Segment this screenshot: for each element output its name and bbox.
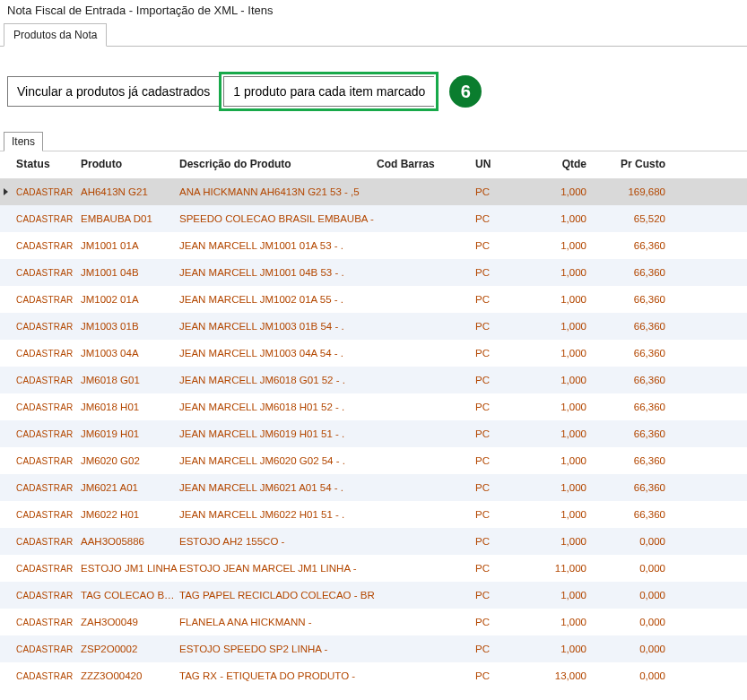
table-row[interactable]: CADASTRARTAG COLECAO BRASTAG PAPEL RECIC… [0,582,747,609]
col-header-un[interactable]: UN [475,158,529,170]
status-cell[interactable]: CADASTRAR [16,214,81,224]
descricao-cell[interactable]: ESTOJO SPEEDO SP2 LINHA - [179,644,377,654]
pr-custo-cell: 0,000 [601,563,673,574]
toolbar: Vincular a produtos já cadastrados 1 pro… [0,47,747,131]
create-product-per-item-button[interactable]: 1 produto para cada item marcado [223,76,434,107]
produto-cell[interactable]: JM6020 G02 [81,455,179,466]
table-row[interactable]: CADASTRARJM1003 01BJEAN MARCELL JM1003 0… [0,313,747,340]
produto-cell[interactable]: AAH3O05886 [81,536,179,547]
col-header-cod-barras[interactable]: Cod Barras [377,158,475,170]
descricao-cell[interactable]: JEAN MARCELL JM1003 01B 54 - . [179,321,377,332]
produto-cell[interactable]: JM6021 A01 [81,482,179,493]
table-row[interactable]: CADASTRARZAH3O0049FLANELA ANA HICKMANN -… [0,609,747,635]
status-cell[interactable]: CADASTRAR [16,564,81,574]
col-header-produto[interactable]: Produto [81,158,179,170]
table-row[interactable]: CADASTRARJM1003 04AJEAN MARCELL JM1003 0… [0,340,747,367]
table-row[interactable]: CADASTRARJM6021 A01JEAN MARCELL JM6021 A… [0,474,747,501]
link-products-button[interactable]: Vincular a produtos já cadastrados [7,76,219,107]
un-cell: PC [475,375,529,385]
descricao-cell[interactable]: JEAN MARCELL JM6021 A01 54 - . [179,482,377,493]
descricao-cell[interactable]: JEAN MARCELL JM6018 H01 52 - . [179,402,377,412]
status-cell[interactable]: CADASTRAR [16,456,81,466]
status-cell[interactable]: CADASTRAR [16,349,81,359]
produto-cell[interactable]: JM1002 01A [81,294,179,305]
table-row[interactable]: CADASTRARJM6018 H01JEAN MARCELL JM6018 H… [0,393,747,420]
descricao-cell[interactable]: ESTOJO AH2 155CO - [179,536,377,547]
descricao-cell[interactable]: JEAN MARCELL JM6018 G01 52 - . [179,375,377,385]
status-cell[interactable]: CADASTRAR [16,618,81,627]
produto-cell[interactable]: ZZZ3O00420 [81,670,179,681]
pr-custo-cell: 66,360 [601,455,673,466]
descricao-cell[interactable]: JEAN MARCELL JM6019 H01 51 - . [179,428,377,439]
table-row[interactable]: CADASTRARJM1002 01AJEAN MARCELL JM1002 0… [0,286,747,313]
table-row[interactable]: CADASTRARJM6018 G01JEAN MARCELL JM6018 G… [0,367,747,393]
un-cell: PC [475,294,529,305]
descricao-cell[interactable]: FLANELA ANA HICKMANN - [179,617,377,627]
descricao-cell[interactable]: TAG PAPEL RECICLADO COLECAO - BR [179,590,377,601]
descricao-cell[interactable]: ANA HICKMANN AH6413N G21 53 - ,5 [179,186,377,197]
descricao-cell[interactable]: JEAN MARCELL JM1002 01A 55 - . [179,294,377,305]
produto-cell[interactable]: JM1003 04A [81,348,179,359]
descricao-cell[interactable]: JEAN MARCELL JM6022 H01 51 - . [179,509,377,520]
table-row[interactable]: CADASTRARZSP2O0002ESTOJO SPEEDO SP2 LINH… [0,635,747,662]
descricao-cell[interactable]: JEAN MARCELL JM1001 01A 53 - . [179,240,377,251]
un-cell: PC [475,617,529,627]
table-row[interactable]: CADASTRARJM1001 01AJEAN MARCELL JM1001 0… [0,232,747,259]
col-header-qtde[interactable]: Qtde [529,158,601,170]
status-cell[interactable]: CADASTRAR [16,241,81,251]
pr-custo-cell: 66,360 [601,321,673,332]
tab-produtos-da-nota[interactable]: Produtos da Nota [4,23,107,47]
table-row[interactable]: CADASTRARJM6020 G02JEAN MARCELL JM6020 G… [0,447,747,474]
status-cell[interactable]: CADASTRAR [16,322,81,332]
produto-cell[interactable]: TAG COLECAO BRAS [81,590,179,601]
col-header-status[interactable]: Status [16,158,81,170]
produto-cell[interactable]: JM6022 H01 [81,509,179,520]
descricao-cell[interactable]: SPEEDO COLECAO BRASIL EMBAUBA - [179,213,377,224]
status-cell[interactable]: CADASTRAR [16,644,81,654]
descricao-cell[interactable]: JEAN MARCELL JM6020 G02 54 - . [179,455,377,466]
produto-cell[interactable]: EMBAUBA D01 [81,213,179,224]
produto-cell[interactable]: JM6018 G01 [81,375,179,385]
status-cell[interactable]: CADASTRAR [16,671,81,681]
produto-cell[interactable]: ZSP2O0002 [81,644,179,654]
produto-cell[interactable]: JM1003 01B [81,321,179,332]
col-header-descricao[interactable]: Descrição do Produto [179,158,377,170]
status-cell[interactable]: CADASTRAR [16,187,81,197]
table-row[interactable]: CADASTRARAH6413N G21ANA HICKMANN AH6413N… [0,178,747,205]
produto-cell[interactable]: ESTOJO JM1 LINHA [81,563,179,574]
table-row[interactable]: CADASTRARESTOJO JM1 LINHAESTOJO JEAN MAR… [0,555,747,582]
status-cell[interactable]: CADASTRAR [16,483,81,493]
status-cell[interactable]: CADASTRAR [16,402,81,412]
status-cell[interactable]: CADASTRAR [16,295,81,305]
produto-cell[interactable]: JM1001 04B [81,267,179,278]
table-row[interactable]: CADASTRAREMBAUBA D01SPEEDO COLECAO BRASI… [0,205,747,232]
descricao-cell[interactable]: ESTOJO JEAN MARCEL JM1 LINHA - [179,563,377,574]
status-cell[interactable]: CADASTRAR [16,537,81,547]
produto-cell[interactable]: AH6413N G21 [81,186,179,197]
table-row[interactable]: CADASTRARJM1001 04BJEAN MARCELL JM1001 0… [0,259,747,286]
un-cell: PC [475,186,529,197]
qtde-cell: 1,000 [529,267,601,278]
status-cell[interactable]: CADASTRAR [16,268,81,278]
pr-custo-cell: 66,360 [601,428,673,439]
produto-cell[interactable]: JM6018 H01 [81,402,179,412]
status-cell[interactable]: CADASTRAR [16,510,81,520]
items-grid: Status Produto Descrição do Produto Cod … [0,153,747,689]
descricao-cell[interactable]: TAG RX - ETIQUETA DO PRODUTO - [179,670,377,681]
status-cell[interactable]: CADASTRAR [16,429,81,439]
table-row[interactable]: CADASTRARJM6022 H01JEAN MARCELL JM6022 H… [0,501,747,528]
descricao-cell[interactable]: JEAN MARCELL JM1001 04B 53 - . [179,267,377,278]
produto-cell[interactable]: ZAH3O0049 [81,617,179,627]
subtab-itens[interactable]: Itens [4,132,43,151]
descricao-cell[interactable]: JEAN MARCELL JM1003 04A 54 - . [179,348,377,359]
status-cell[interactable]: CADASTRAR [16,376,81,385]
un-cell: PC [475,428,529,439]
table-row[interactable]: CADASTRARZZZ3O00420TAG RX - ETIQUETA DO … [0,662,747,689]
produto-cell[interactable]: JM1001 01A [81,240,179,251]
table-row[interactable]: CADASTRARAAH3O05886ESTOJO AH2 155CO -PC1… [0,528,747,555]
status-cell[interactable]: CADASTRAR [16,591,81,601]
table-row[interactable]: CADASTRARJM6019 H01JEAN MARCELL JM6019 H… [0,420,747,447]
col-header-pr-custo[interactable]: Pr Custo [601,158,673,170]
produto-cell[interactable]: JM6019 H01 [81,428,179,439]
qtde-cell: 1,000 [529,213,601,224]
